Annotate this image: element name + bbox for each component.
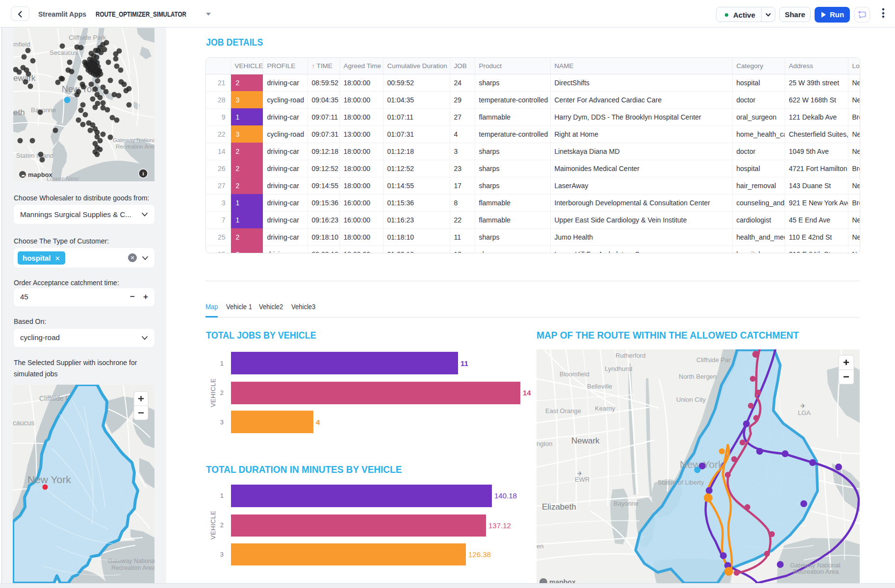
svg-text:Secaucus: Secaucus xyxy=(50,49,78,56)
svg-text:LGA: LGA xyxy=(798,409,811,416)
svg-text:en: en xyxy=(537,542,543,550)
svg-text:Newark: Newark xyxy=(571,436,600,445)
svg-text:Bloomfield: Bloomfield xyxy=(560,370,589,378)
svg-text:Rutherford: Rutherford xyxy=(615,352,645,359)
svg-text:mapbox: mapbox xyxy=(549,578,576,583)
svg-text:☁: ☁ xyxy=(21,172,25,177)
svg-text:Gateway National: Gateway National xyxy=(108,558,154,564)
svg-text:eth: eth xyxy=(13,108,25,117)
svg-text:Bayonne: Bayonne xyxy=(31,106,56,114)
svg-text:New York: New York xyxy=(27,474,71,485)
svg-text:✈: ✈ xyxy=(577,470,583,477)
svg-text:mfield: mfield xyxy=(13,41,30,48)
svg-text:Lyndhurst: Lyndhurst xyxy=(605,365,633,372)
svg-text:Recreation Area: Recreation Area xyxy=(116,144,154,149)
svg-text:Elizabeth: Elizabeth xyxy=(542,502,576,512)
svg-text:ngton: ngton xyxy=(537,440,553,447)
svg-text:Gateway National: Gateway National xyxy=(113,137,154,143)
svg-text:i: i xyxy=(142,171,144,176)
svg-text:mapbox: mapbox xyxy=(28,171,53,178)
svg-text:Belleville: Belleville xyxy=(587,383,612,390)
svg-text:Kearny: Kearny xyxy=(595,405,615,412)
svg-text:Recreation Area: Recreation Area xyxy=(793,568,839,575)
svg-text:Recreation Area: Recreation Area xyxy=(111,564,154,571)
svg-text:Cliffside Park: Cliffside Park xyxy=(69,34,106,41)
svg-text:Cliffside Par: Cliffside Par xyxy=(696,356,731,364)
svg-text:Staten Island: Staten Island xyxy=(16,152,53,159)
svg-text:Bayonne: Bayonne xyxy=(614,500,639,507)
svg-text:✈: ✈ xyxy=(800,402,806,410)
svg-text:Statue of Liberty: Statue of Liberty xyxy=(658,479,704,486)
svg-text:North Bergen: North Bergen xyxy=(679,373,716,380)
svg-text:Union City: Union City xyxy=(676,396,706,403)
svg-text:caucus: caucus xyxy=(13,419,34,427)
svg-text:East Orange: East Orange xyxy=(545,407,581,415)
